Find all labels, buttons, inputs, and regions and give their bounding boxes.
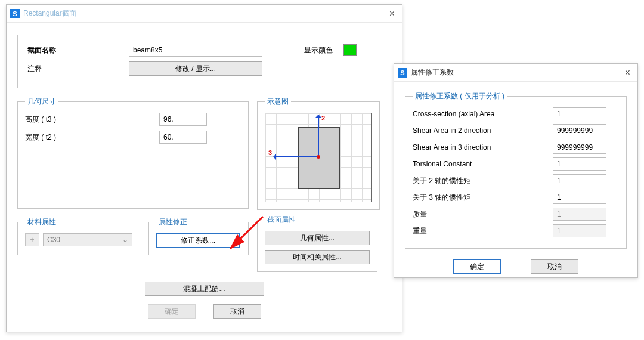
axis-2-line xyxy=(318,115,319,157)
annotation-label: 注释 xyxy=(27,64,129,74)
modifier-label: 质量 xyxy=(413,209,553,220)
display-color-label: 显示颜色 xyxy=(304,45,333,55)
close-icon[interactable]: × xyxy=(623,67,633,78)
modifier-row: 关于 2 轴的惯性矩 xyxy=(413,174,619,187)
main-ok-button[interactable]: 确定 xyxy=(148,304,196,319)
main-title: Rectangular截面 xyxy=(23,8,76,18)
width-input[interactable] xyxy=(159,131,207,144)
modifier-legend: 属性修正 xyxy=(156,217,190,227)
time-dep-button[interactable]: 时间相关属性... xyxy=(265,250,370,264)
app-icon: S xyxy=(10,9,20,18)
modifier-row: 重量 xyxy=(413,224,619,237)
modifier-label: Shear Area in 3 direction xyxy=(413,143,553,152)
modifier-input[interactable] xyxy=(553,174,606,187)
modifier-fieldset-legend: 属性修正系数 ( 仅用于分析 ) xyxy=(413,91,507,101)
color-swatch[interactable] xyxy=(343,44,357,56)
concrete-rebar-button[interactable]: 混凝土配筋... xyxy=(145,282,264,296)
section-name-label: 截面名称 xyxy=(27,45,129,55)
close-icon[interactable]: × xyxy=(387,8,397,19)
modifier-button[interactable]: 修正系数... xyxy=(156,233,240,248)
modifier-label: Torsional Constant xyxy=(413,160,553,168)
modifier-input xyxy=(553,224,606,237)
modifier-row: Shear Area in 2 direction xyxy=(413,124,619,137)
modifier-input[interactable] xyxy=(553,141,606,154)
modifier-label: Shear Area in 2 direction xyxy=(413,126,553,135)
height-label: 高度 ( t3 ) xyxy=(25,115,159,125)
modifier-input[interactable] xyxy=(553,124,606,137)
add-material-button[interactable]: + xyxy=(25,233,39,246)
section-name-input[interactable] xyxy=(129,44,262,57)
modifier-row: Shear Area in 3 direction xyxy=(413,141,619,154)
dialog-cancel-button[interactable]: 取消 xyxy=(531,259,578,274)
modify-show-button[interactable]: 修改 / 显示... xyxy=(129,61,262,76)
modifier-row: 质量 xyxy=(413,208,619,221)
dialog-title: 属性修正系数 xyxy=(411,67,454,78)
geom-prop-button[interactable]: 几何属性... xyxy=(265,231,370,245)
geometry-legend: 几何尺寸 xyxy=(25,97,58,107)
modifier-input xyxy=(553,208,606,221)
main-cancel-button[interactable]: 取消 xyxy=(213,304,261,319)
axis-3-label: 3 xyxy=(268,149,272,156)
section-prop-legend: 截面属性 xyxy=(265,215,298,225)
material-value: C30 xyxy=(47,236,60,244)
modifier-group: 属性修正 修正系数... xyxy=(148,217,249,255)
modifier-dialog: S 属性修正系数 × 属性修正系数 ( 仅用于分析 ) Cross-sectio… xyxy=(394,63,638,278)
modifier-input[interactable] xyxy=(553,107,606,120)
dialog-titlebar: S 属性修正系数 × xyxy=(394,64,637,82)
material-legend: 材料属性 xyxy=(25,217,58,227)
height-input[interactable] xyxy=(159,113,207,126)
preview-group: 示意图 2 3 xyxy=(257,97,380,210)
chevron-down-icon: ⌄ xyxy=(122,236,128,244)
modifier-input[interactable] xyxy=(553,191,606,204)
app-icon: S xyxy=(398,68,407,78)
modifier-row: Cross-section (axial) Area xyxy=(413,107,619,120)
main-titlebar: S Rectangular截面 × xyxy=(7,5,402,23)
main-window: S Rectangular截面 × 截面名称 显示颜色 注释 修改 / 显示..… xyxy=(6,4,402,332)
axis-2-label: 2 xyxy=(321,115,325,122)
modifier-row: Torsional Constant xyxy=(413,157,619,171)
modifier-label: Cross-section (axial) Area xyxy=(413,110,553,118)
axis-3-line xyxy=(274,156,319,157)
section-prop-group: 截面属性 几何属性... 时间相关属性... xyxy=(257,215,377,272)
modifier-label: 重量 xyxy=(413,226,553,236)
axis-origin xyxy=(317,155,320,159)
material-group: 材料属性 + C30 ⌄ xyxy=(17,217,140,255)
modifier-input[interactable] xyxy=(553,157,606,171)
modifier-row: 关于 3 轴的惯性矩 xyxy=(413,191,619,204)
dialog-ok-button[interactable]: 确定 xyxy=(453,259,501,274)
modifier-label: 关于 2 轴的惯性矩 xyxy=(413,176,553,186)
preview-legend: 示意图 xyxy=(265,97,291,107)
width-label: 宽度 ( t2 ) xyxy=(25,132,159,143)
modifier-label: 关于 3 轴的惯性矩 xyxy=(413,193,553,203)
geometry-group: 几何尺寸 高度 ( t3 ) 宽度 ( t2 ) xyxy=(17,97,249,209)
section-preview: 2 3 xyxy=(265,113,372,202)
material-combo[interactable]: C30 ⌄ xyxy=(43,233,132,246)
modifier-fieldset: 属性修正系数 ( 仅用于分析 ) Cross-section (axial) A… xyxy=(405,91,627,249)
